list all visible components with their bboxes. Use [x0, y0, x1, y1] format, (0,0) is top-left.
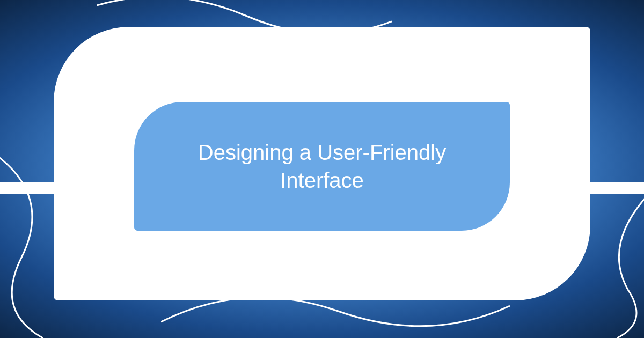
main-title: Designing a User-Friendly Interface: [134, 138, 510, 194]
title-card: Designing a User-Friendly Interface: [134, 102, 510, 231]
